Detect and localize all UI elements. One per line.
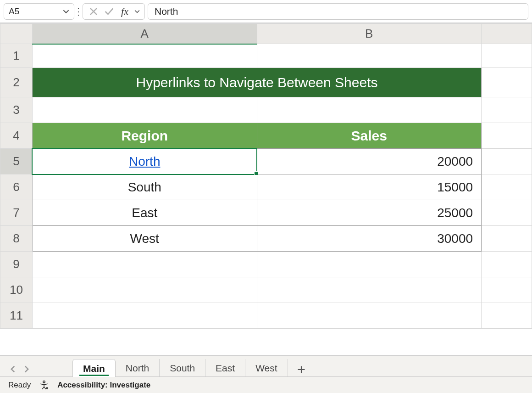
row-header[interactable]: 9 (0, 252, 33, 277)
cell[interactable] (482, 123, 532, 149)
cell[interactable] (482, 97, 532, 123)
row-header[interactable]: 6 (0, 174, 33, 200)
formula-input[interactable]: North (148, 3, 528, 20)
cell[interactable] (482, 174, 532, 200)
cell[interactable] (482, 303, 532, 329)
status-bar: Ready Accessibility: Investigate (0, 376, 532, 393)
cell[interactable] (482, 226, 532, 252)
tab-scroll-left-icon[interactable] (9, 365, 17, 373)
sheet-tab-north[interactable]: North (116, 359, 160, 376)
svg-point-0 (43, 381, 45, 382)
cell-region[interactable]: West (32, 226, 257, 252)
cell[interactable] (32, 97, 257, 123)
cell-sales[interactable]: 30000 (257, 226, 482, 252)
row-header[interactable]: 11 (0, 303, 33, 329)
sheet-tab-east[interactable]: East (205, 359, 245, 376)
cell-sales[interactable]: 15000 (257, 174, 482, 200)
cell[interactable] (482, 68, 532, 97)
sheet-tab-main[interactable]: Main (72, 359, 116, 377)
cell-sales[interactable]: 20000 (257, 149, 482, 174)
column-header-B[interactable]: B (257, 24, 482, 44)
column-header-next[interactable] (482, 24, 532, 44)
sheet-tab-strip: Main North South East West (0, 355, 532, 376)
cell[interactable] (32, 44, 257, 68)
accessibility-status[interactable]: Accessibility: Investigate (57, 381, 150, 390)
cell[interactable] (32, 252, 257, 277)
row-header[interactable]: 1 (0, 44, 33, 68)
row-header[interactable]: 2 (0, 68, 33, 97)
cell[interactable] (482, 200, 532, 226)
column-header-A[interactable]: A (32, 24, 257, 44)
cell[interactable] (482, 252, 532, 277)
row-header[interactable]: 8 (0, 226, 33, 252)
header-region[interactable]: Region (32, 123, 257, 149)
cell[interactable] (482, 44, 532, 68)
sheet-tab-south[interactable]: South (160, 359, 205, 376)
status-ready: Ready (8, 381, 31, 390)
sheet-tab-list: Main North South East West (72, 359, 315, 376)
cell-region[interactable]: East (32, 200, 257, 226)
sheet-tab-west[interactable]: West (245, 359, 288, 376)
cell[interactable] (257, 252, 482, 277)
chevron-down-icon (63, 8, 69, 15)
spreadsheet-grid[interactable]: A B 1 2 Hyperlinks to Navigate Between S… (0, 23, 532, 355)
cell-sales[interactable]: 25000 (257, 200, 482, 226)
accessibility-icon[interactable] (39, 380, 49, 390)
row-header[interactable]: 3 (0, 97, 33, 123)
formula-bar-buttons: fx (83, 3, 145, 20)
separator-icon: ⋮ (77, 6, 80, 17)
formula-bar: A5 ⋮ fx North (0, 0, 532, 23)
hyperlink[interactable]: North (129, 154, 160, 168)
cell[interactable] (482, 149, 532, 174)
cancel-icon[interactable] (86, 7, 101, 16)
add-sheet-button[interactable] (288, 363, 315, 376)
name-box[interactable]: A5 (4, 3, 74, 20)
row-header[interactable]: 4 (0, 123, 33, 149)
row-header[interactable]: 5 (0, 149, 33, 174)
row-header[interactable]: 7 (0, 200, 33, 226)
cell-region-north[interactable]: North (32, 149, 257, 174)
row-header[interactable]: 10 (0, 277, 33, 303)
cell[interactable] (257, 303, 482, 329)
tab-scroll-right-icon[interactable] (23, 365, 30, 373)
title-cell[interactable]: Hyperlinks to Navigate Between Sheets (32, 68, 481, 97)
formula-input-value: North (155, 6, 178, 17)
cell-region[interactable]: South (32, 174, 257, 200)
cell[interactable] (482, 277, 532, 303)
chevron-down-icon[interactable] (133, 9, 142, 14)
title-text: Hyperlinks to Navigate Between Sheets (136, 75, 378, 90)
cell[interactable] (257, 277, 482, 303)
cell[interactable] (257, 97, 482, 123)
confirm-icon[interactable] (101, 7, 117, 16)
cell[interactable] (32, 277, 257, 303)
fx-label: fx (121, 6, 128, 17)
insert-function-button[interactable]: fx (117, 6, 133, 17)
header-sales[interactable]: Sales (257, 123, 482, 149)
cell[interactable] (257, 44, 482, 68)
cell[interactable] (32, 303, 257, 329)
select-all-corner[interactable] (0, 24, 33, 44)
name-box-value: A5 (9, 6, 19, 17)
